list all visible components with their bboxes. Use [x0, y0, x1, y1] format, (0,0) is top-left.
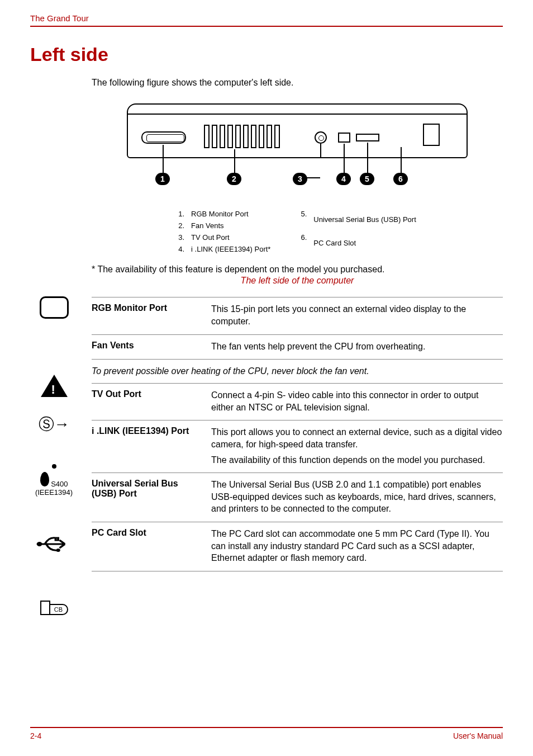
legend-6: PC Card Slot	[313, 233, 416, 255]
breadcrumb: The Grand Tour	[30, 13, 89, 23]
term-usb: Universal Serial Bus (USB) Port	[92, 479, 203, 515]
diagram-legend: 1.RGB Monitor Port 2.Fan Vents 3.TV Out …	[92, 208, 503, 256]
row-rgb: RGB Monitor Port This 15-pin port lets y…	[92, 297, 503, 334]
term-pc: PC Card Slot	[92, 528, 203, 564]
svg-point-1	[56, 549, 60, 552]
term-ilink: i .LINK (IEEE1394) Port	[92, 426, 203, 466]
desc-ilink: This port allows you to connect an exter…	[211, 426, 503, 466]
left-side-diagram: 1 2 3 4 5 6	[121, 102, 473, 200]
legend-2: Fan Vents	[191, 221, 270, 231]
row-fan: Fan Vents The fan vents help prevent the…	[92, 335, 503, 360]
row-tv: TV Out Port Connect a 4-pin S- video cab…	[92, 384, 503, 420]
page-footer: 2-4 User's Manual	[30, 727, 503, 740]
desc-fan: The fan vents help prevent the CPU from …	[211, 341, 425, 353]
desc-usb: The Universal Serial Bus (USB 2.0 and 1.…	[211, 479, 503, 515]
legend-4: i .LINK (IEEE1394) Port*	[191, 244, 270, 255]
warning-icon	[30, 375, 78, 399]
legend-5: Universal Serial Bus (USB) Port	[313, 209, 416, 231]
callout-1: 1	[155, 173, 170, 185]
usb-port-icon	[356, 134, 379, 141]
rgb-port-icon	[141, 131, 186, 144]
callout-row: 1 2 3 4 5 6	[121, 173, 473, 190]
warning-note: To prevent possible over heating of the …	[92, 359, 503, 384]
figure-caption: The left side of the computer	[92, 276, 503, 286]
ieee1394-icon: S400(IEEE1394)	[30, 463, 78, 497]
term-fan: Fan Vents	[92, 341, 203, 353]
svg-point-0	[36, 542, 42, 546]
term-rgb: RGB Monitor Port	[92, 303, 203, 327]
row-ilink: i .LINK (IEEE1394) Port This port allows…	[92, 420, 503, 473]
tv-out-icon	[315, 131, 327, 144]
page-number: 2-4	[30, 731, 41, 740]
row-pc: PC Card Slot The PC Card slot can accomm…	[92, 522, 503, 571]
usb-icon	[30, 535, 78, 556]
legend-3: TV Out Port	[191, 233, 270, 243]
row-usb: Universal Serial Bus (USB) Port The Univ…	[92, 473, 503, 522]
callout-3: 3	[293, 173, 307, 185]
desc-tv: Connect a 4-pin S- video cable into this…	[211, 389, 503, 413]
page-header: The Grand Tour	[30, 13, 503, 27]
monitor-port-icon	[30, 296, 78, 321]
intro-text: The following figure shows the computer'…	[92, 78, 503, 88]
footnote: * The availability of this feature is de…	[92, 264, 503, 275]
callout-5: 5	[360, 173, 374, 185]
pc-card-icon: CB	[30, 601, 78, 615]
desc-rgb: This 15-pin port lets you connect an ext…	[211, 303, 503, 327]
section-title: Left side	[30, 44, 503, 65]
laptop-lid	[127, 103, 468, 115]
callout-6: 6	[393, 173, 408, 185]
callout-2: 2	[227, 173, 241, 185]
pc-card-slot-icon	[423, 124, 440, 146]
term-tv: TV Out Port	[92, 389, 203, 413]
fan-vents-icon	[204, 125, 280, 148]
definition-list: RGB Monitor Port This 15-pin port lets y…	[92, 297, 503, 359]
desc-pc: The PC Card slot can accommodate one 5 m…	[211, 528, 503, 564]
legend-1: RGB Monitor Port	[191, 209, 270, 220]
ilink-port-icon	[338, 133, 350, 143]
svideo-icon: Ⓢ→	[30, 414, 78, 435]
callout-4: 4	[336, 173, 351, 185]
doc-title: User's Manual	[453, 731, 503, 740]
